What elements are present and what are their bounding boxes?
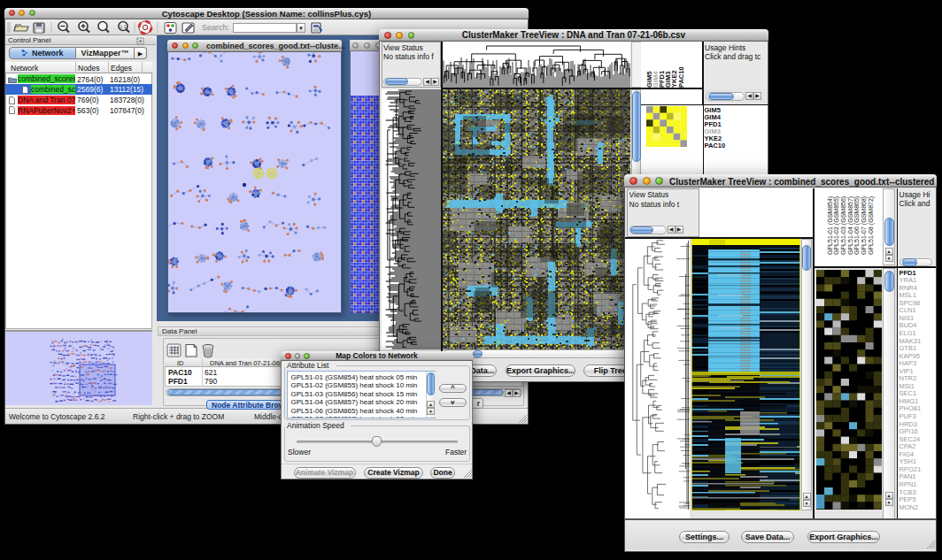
svg-text:1:1: 1:1 bbox=[120, 23, 127, 28]
svg-text:Search:: Search: bbox=[202, 23, 229, 32]
